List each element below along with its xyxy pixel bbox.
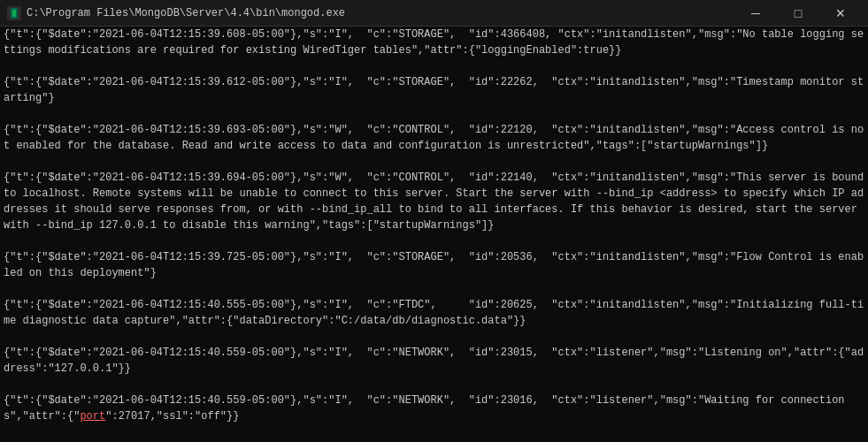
console-line: {"t":{"$date":"2021-06-04T12:15:40.559-0… <box>4 392 864 424</box>
minimize-button[interactable]: ─ <box>735 0 776 27</box>
title-bar: C:\Program Files\MongoDB\Server\4.4\bin\… <box>0 0 868 27</box>
window-controls: ─ □ ✕ <box>735 0 861 27</box>
console-line: {"t":{"$date":"2021-06-04T12:15:39.693-0… <box>4 122 864 154</box>
title-bar-left: C:\Program Files\MongoDB\Server\4.4\bin\… <box>7 6 345 20</box>
window-title: C:\Program Files\MongoDB\Server\4.4\bin\… <box>27 7 345 19</box>
console-line: {"t":{"$date":"2021-06-04T12:15:39.608-0… <box>4 27 864 58</box>
app-icon <box>7 6 21 20</box>
console-line: {"t":{"$date":"2021-06-04T12:15:39.694-0… <box>4 170 864 233</box>
svg-rect-2 <box>12 10 16 17</box>
console-line: {"t":{"$date":"2021-06-04T12:15:39.612-0… <box>4 74 864 106</box>
console-output[interactable]: RECOVERY_PROGRESS] Set global oldest tim… <box>0 27 868 442</box>
console-line: {"t":{"$date":"2021-06-04T12:15:39.725-0… <box>4 249 864 281</box>
maximize-button[interactable]: □ <box>778 0 818 27</box>
console-line: {"t":{"$date":"2021-06-04T12:15:40.555-0… <box>4 297 864 329</box>
port-highlight: port <box>80 410 105 423</box>
close-button[interactable]: ✕ <box>820 0 861 27</box>
console-line: {"t":{"$date":"2021-06-04T12:15:40.559-0… <box>4 345 864 377</box>
terminal-window: C:\Program Files\MongoDB\Server\4.4\bin\… <box>0 0 868 442</box>
